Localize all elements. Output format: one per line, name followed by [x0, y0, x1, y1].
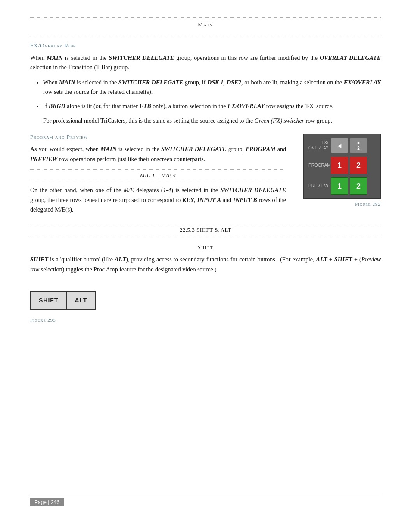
program-btn-2[interactable]: 2 — [350, 157, 367, 174]
program-preview-heading: Program and Preview — [30, 134, 286, 140]
shift-button[interactable]: SHIFT — [31, 292, 67, 309]
program-preview-body: As you would expect, when MAIN is select… — [30, 145, 286, 164]
fx-overlay-bullets: When MAIN is selected in the SWITCHER DE… — [43, 78, 381, 111]
preview-panel-row: PREVIEW 1 2 — [308, 177, 376, 195]
program-buttons: 1 2 — [331, 157, 367, 174]
indent-para: For professional model TriCasters, this … — [43, 116, 381, 126]
shift-body: SHIFT is a 'qualifier button' (like ALT)… — [30, 255, 381, 274]
figure-292-col: FX/OVERLAY ◀| ■ 2 PROGRAM 1 2 — [295, 134, 381, 207]
top-border — [30, 17, 381, 18]
spacer — [30, 326, 381, 495]
program-btn-1[interactable]: 1 — [331, 157, 348, 174]
program-preview-col: Program and Preview As you would expect,… — [30, 134, 286, 220]
bullet-1: When MAIN is selected in the SWITCHER DE… — [43, 78, 381, 97]
fx-overlay-buttons: ◀| ■ 2 — [331, 138, 367, 153]
preview-buttons: 1 2 — [331, 177, 367, 195]
program-label: PROGRAM — [308, 163, 331, 168]
fx-btn-2[interactable]: ■ 2 — [350, 138, 367, 153]
program-panel-row: PROGRAM 1 2 — [308, 157, 376, 174]
header-divider — [30, 35, 381, 35]
page-header: Main — [30, 21, 381, 28]
fx-overlay-label: FX/OVERLAY — [308, 140, 331, 151]
bullet-2: If BKGD alone is lit (or, for that matte… — [43, 102, 381, 111]
page-footer: Page | 246 — [30, 495, 381, 506]
preview-label: PREVIEW — [308, 184, 331, 189]
program-preview-row: Program and Preview As you would expect,… — [30, 134, 381, 220]
alt-button[interactable]: ALT — [67, 292, 95, 309]
fx-overlay-heading: FX/Overlay Row — [30, 42, 381, 49]
fx-overlay-body: When MAIN is selected in the SWITCHER DE… — [30, 53, 381, 73]
preview-btn-1[interactable]: 1 — [331, 177, 348, 195]
fx-overlay-panel-row: FX/OVERLAY ◀| ■ 2 — [308, 138, 376, 153]
figure-293-container: SHIFT ALT Figure 293 — [30, 284, 381, 323]
shift-alt-section-heading: 22.5.3 SHIFT & ALT — [30, 224, 381, 236]
shift-alt-panel: SHIFT ALT — [30, 291, 96, 310]
figure-292-caption: Figure 292 — [295, 202, 381, 207]
page: Main FX/Overlay Row When MAIN is selecte… — [0, 0, 411, 532]
figure-293-caption: Figure 293 — [30, 317, 381, 323]
switcher-panel: FX/OVERLAY ◀| ■ 2 PROGRAM 1 2 — [303, 134, 381, 199]
me-section-heading: M/E 1 – M/E 4 — [30, 169, 286, 181]
page-number: Page | 246 — [30, 498, 64, 506]
fx-btn-1[interactable]: ◀| — [331, 138, 348, 153]
fx-overlay-section: FX/Overlay Row When MAIN is selected in … — [30, 42, 381, 134]
preview-btn-2[interactable]: 2 — [350, 177, 367, 195]
shift-sub-heading: Shift — [30, 244, 381, 251]
me-body: On the other hand, when one of the M/E d… — [30, 186, 286, 215]
